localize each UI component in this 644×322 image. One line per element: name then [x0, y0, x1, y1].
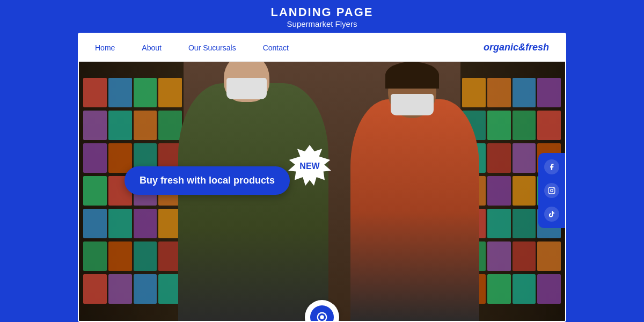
svg-point-2 — [553, 188, 554, 189]
person-left-body — [178, 83, 328, 322]
person-left-mask — [226, 78, 267, 99]
person-right-hair — [385, 62, 439, 89]
svg-point-1 — [551, 189, 553, 192]
nav-sucursals[interactable]: Our Sucursals — [188, 43, 236, 52]
brand-logo: organic&fresh — [484, 42, 549, 53]
person-right-mask — [391, 94, 434, 115]
page-header: LANDING PAGE Supermarket Flyers — [270, 0, 373, 33]
nav-home[interactable]: Home — [95, 43, 115, 52]
page-subtitle: Supermarket Flyers — [270, 19, 373, 28]
svg-rect-0 — [548, 187, 555, 194]
tiktok-icon[interactable] — [544, 207, 559, 222]
navbar: Home About Our Sucursals Contact organic… — [79, 34, 565, 62]
bottom-cta-icon — [310, 305, 334, 322]
nav-contact[interactable]: Contact — [263, 43, 289, 52]
starburst-text: NEW — [299, 162, 319, 171]
starburst: NEW — [288, 145, 331, 188]
nav-links: Home About Our Sucursals Contact — [95, 43, 484, 52]
person-left-head — [224, 62, 269, 102]
social-sidebar — [538, 153, 565, 228]
person-right-body — [350, 99, 479, 322]
nav-about[interactable]: About — [142, 43, 162, 52]
instagram-icon[interactable] — [544, 183, 559, 198]
shelf-products-left — [79, 72, 186, 319]
person-right-head — [388, 67, 436, 118]
page-title: LANDING PAGE — [270, 5, 373, 19]
hero-section: Buy fresh with local products NEW — [79, 62, 565, 322]
svg-point-4 — [320, 315, 324, 319]
new-badge: NEW — [288, 145, 331, 188]
facebook-icon[interactable] — [544, 159, 559, 174]
site-preview: Home About Our Sucursals Contact organic… — [78, 33, 566, 322]
hero-cta-badge[interactable]: Buy fresh with local products — [125, 166, 290, 195]
